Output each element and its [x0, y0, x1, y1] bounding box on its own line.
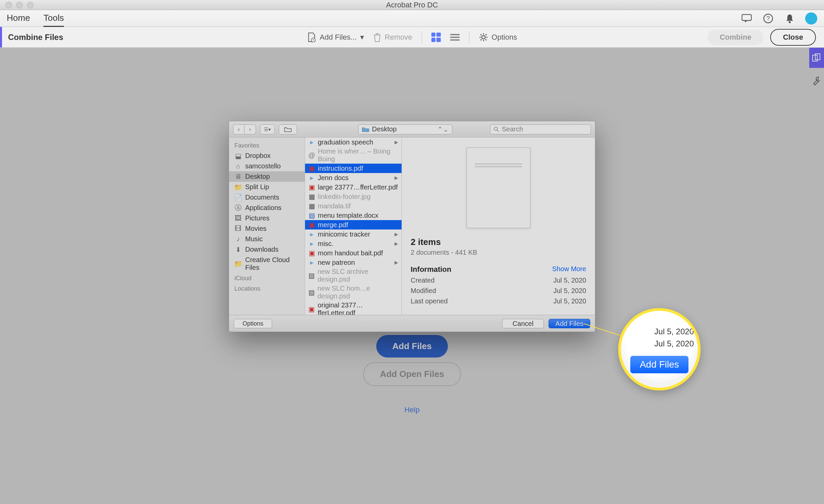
search-input[interactable]: Search: [490, 124, 591, 134]
sidebar-item-label: Downloads: [245, 246, 278, 253]
chevron-right-icon: ▶: [395, 232, 398, 237]
nav-forward-button[interactable]: ›: [245, 124, 256, 134]
file-label: original 2377…fferLetter.pdf: [317, 301, 398, 315]
preview-info-label: Information: [411, 265, 451, 274]
sidebar-item-documents[interactable]: 📄Documents: [229, 192, 305, 203]
info-label: Modified: [411, 287, 436, 295]
chevron-right-icon: ▶: [395, 139, 398, 145]
separator: [469, 31, 470, 43]
close-window-button[interactable]: [5, 2, 12, 8]
sidebar-item-applications[interactable]: ⒶApplications: [229, 203, 305, 213]
callout-date-1: Jul 5, 2020: [654, 326, 694, 338]
path-dropdown[interactable]: Desktop ⌃⌄: [358, 124, 452, 134]
add-open-files-button[interactable]: Add Open Files: [363, 362, 461, 386]
sidebar-item-split-lip[interactable]: 📁Split Lip: [229, 182, 305, 192]
file-icon: ▣: [308, 164, 315, 172]
sidebar-item-pictures[interactable]: 🖼Pictures: [229, 213, 305, 223]
sidebar-item-downloads[interactable]: ⬇Downloads: [229, 244, 305, 255]
svg-rect-0: [742, 14, 751, 20]
chevron-right-icon: ▶: [395, 175, 398, 180]
file-icon: ▣: [308, 183, 315, 191]
file-label: new SLC archive design.psd: [317, 268, 398, 283]
file-dialog-sidebar: Favorites ⬓Dropbox⌂samcostello🖥Desktop📁S…: [229, 137, 305, 315]
avatar[interactable]: [805, 12, 817, 25]
sidebar-item-icon: 📁: [234, 184, 242, 190]
file-row[interactable]: ▸Jenn docs▶: [305, 173, 402, 182]
file-icon: ▤: [308, 211, 315, 219]
sidebar-item-dropbox[interactable]: ⬓Dropbox: [229, 151, 305, 161]
chat-icon[interactable]: [741, 12, 753, 25]
file-row[interactable]: ▣mom handout bait.pdf: [305, 248, 402, 258]
add-files-dropdown[interactable]: + Add Files... ▾: [307, 32, 364, 42]
sidebar-item-movies[interactable]: 🎞Movies: [229, 223, 305, 234]
info-row: ModifiedJul 5, 2020: [411, 287, 586, 295]
cancel-button[interactable]: Cancel: [502, 319, 544, 328]
file-row[interactable]: ▸minicomic tracker▶: [305, 229, 402, 239]
add-files-button[interactable]: Add Files: [376, 335, 448, 358]
sidebar-item-icon: 📁: [234, 261, 242, 267]
file-row[interactable]: ▤menu template.docx: [305, 211, 402, 220]
file-row[interactable]: ▧new SLC archive design.psd: [305, 267, 402, 284]
view-grid-button[interactable]: [432, 33, 441, 42]
file-label: graduation speech: [318, 138, 373, 146]
svg-point-3: [789, 21, 791, 23]
file-row[interactable]: ▸misc.▶: [305, 239, 402, 248]
sidebar-item-icon: ⬓: [234, 153, 242, 159]
options-button[interactable]: Options: [479, 33, 517, 42]
combine-button[interactable]: Combine: [708, 30, 763, 45]
sidebar-item-icon: ⌂: [234, 163, 242, 169]
file-row[interactable]: ▧new SLC hom…e design.psd: [305, 284, 402, 301]
sidebar-item-creative-cloud-files[interactable]: 📁Creative Cloud Files: [229, 255, 305, 273]
sidebar-item-label: Applications: [245, 204, 282, 212]
sidebar-section-favorites: Favorites: [229, 140, 305, 151]
sidebar-item-icon: 📄: [234, 195, 242, 201]
sidebar-item-label: Movies: [245, 225, 266, 233]
chevron-right-icon: ▶: [395, 241, 398, 246]
help-link[interactable]: Help: [404, 406, 419, 414]
file-label: Home is wher… – Boing Boing: [318, 148, 398, 163]
sidebar-item-desktop[interactable]: 🖥Desktop: [229, 171, 305, 182]
tab-tools[interactable]: Tools: [43, 10, 64, 27]
preview-items-title: 2 items: [411, 237, 586, 247]
file-row[interactable]: ▦linkedin-footer.jpg: [305, 192, 402, 201]
file-row[interactable]: ▣merge.pdf: [305, 220, 402, 229]
file-row[interactable]: ▣original 2377…fferLetter.pdf: [305, 301, 402, 315]
sidebar-item-music[interactable]: ♪Music: [229, 234, 305, 244]
show-more-link[interactable]: Show More: [552, 265, 586, 274]
file-row[interactable]: ▣large 23777…fferLetter.pdf: [305, 182, 402, 192]
zoom-window-button[interactable]: [27, 2, 34, 8]
sidebar-item-icon: ⬇: [234, 247, 242, 253]
help-icon[interactable]: ?: [762, 12, 774, 25]
view-list-button[interactable]: [450, 34, 460, 41]
dialog-options-button[interactable]: Options: [234, 319, 272, 328]
file-dialog-footer: Options Cancel Add Files: [229, 315, 595, 332]
file-dialog-toolbar: ‹ › ☰▾ Desktop ⌃⌄ Search: [229, 121, 595, 137]
file-row[interactable]: ▸graduation speech▶: [305, 137, 402, 147]
nav-back-button[interactable]: ‹: [233, 124, 245, 134]
preview-thumbnail: [466, 148, 530, 228]
file-row[interactable]: ▸new patreon▶: [305, 258, 402, 267]
svg-point-17: [494, 127, 497, 130]
file-row[interactable]: ▦mandala.tif: [305, 201, 402, 211]
minimize-window-button[interactable]: [16, 2, 23, 8]
chevron-down-icon: ▾: [360, 33, 364, 42]
titlebar: Acrobat Pro DC: [0, 0, 824, 10]
group-button[interactable]: [279, 124, 297, 134]
view-mode-button[interactable]: ☰▾: [260, 124, 275, 134]
add-files-label: Add Files...: [320, 33, 357, 42]
right-panel-tool[interactable]: [809, 48, 824, 68]
remove-button[interactable]: Remove: [373, 32, 412, 42]
bell-icon[interactable]: [784, 12, 796, 25]
tab-home[interactable]: Home: [7, 10, 30, 27]
close-button[interactable]: Close: [770, 29, 816, 46]
file-row[interactable]: @Home is wher… – Boing Boing: [305, 147, 402, 164]
sidebar-item-label: Documents: [245, 194, 279, 201]
sidebar-item-samcostello[interactable]: ⌂samcostello: [229, 161, 305, 171]
file-row[interactable]: ▣instructions.pdf: [305, 164, 402, 173]
right-panel-more[interactable]: [811, 75, 823, 87]
file-list: ▸graduation speech▶@Home is wher… – Boin…: [305, 137, 402, 315]
sidebar-item-label: Dropbox: [245, 152, 271, 160]
toolbar: Combine Files + Add Files... ▾ Remove Op…: [0, 27, 824, 48]
page-title: Combine Files: [8, 33, 63, 42]
file-label: instructions.pdf: [318, 165, 363, 172]
